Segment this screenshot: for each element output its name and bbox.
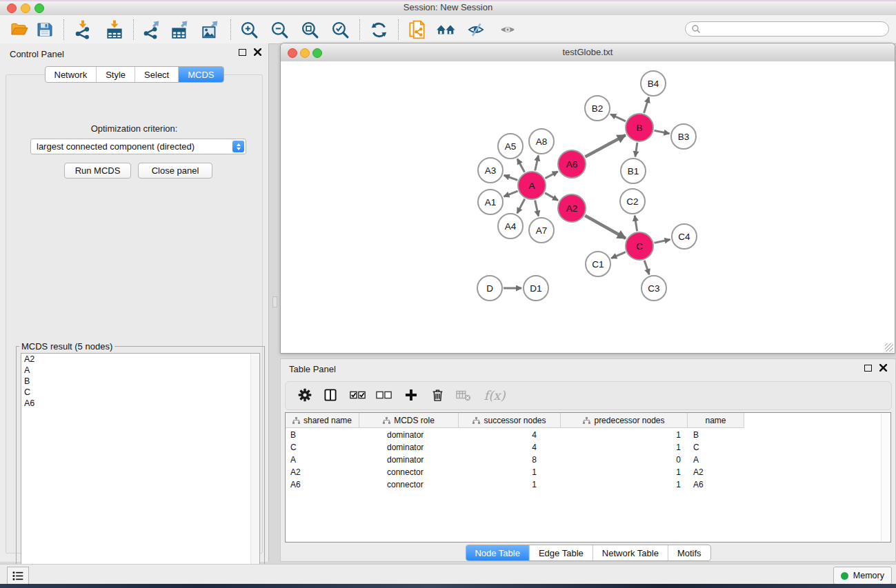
tab-select[interactable]: Select [135,67,178,82]
refresh-button[interactable] [368,18,390,41]
save-session-button[interactable] [34,18,56,41]
edge-A-A5[interactable] [517,159,524,172]
tab-mcds[interactable]: MCDS [178,67,223,82]
table-header-row: shared nameMCDS rolesuccessor nodesprede… [286,413,744,428]
mcds-result-item[interactable]: A [21,365,259,376]
edge-C-C1[interactable] [611,252,626,258]
network-canvas[interactable]: B4B2BB3A8A5A6A3B1AA1C2A2A4A7C4CC1C3DD1 [281,61,895,353]
hide-column-button[interactable] [452,384,475,406]
import-network-icon [73,20,92,39]
edge-A2-C[interactable] [585,216,626,239]
node-label-C4: C4 [678,232,690,242]
tab-node-table[interactable]: Node Table [466,545,529,560]
zoom-fit-button[interactable] [299,18,321,41]
search-input[interactable] [685,21,889,37]
edge-B-B1[interactable] [635,143,637,156]
home-icon [436,21,457,39]
edge-A-A2[interactable] [545,193,558,201]
column-header-MCDS-role[interactable]: MCDS role [359,413,459,427]
mcds-result-item[interactable]: C [21,387,259,398]
edge-A-A3[interactable] [504,175,518,180]
close-panel-icon[interactable] [254,48,261,56]
column-header-name[interactable]: name [688,413,744,427]
run-mcds-button[interactable]: Run MCDS [64,163,131,179]
node-label-A: A [528,181,535,191]
zoom-out-button[interactable] [268,18,290,41]
node-label-A8: A8 [536,136,548,147]
export-image-icon [201,20,220,39]
plus-icon [404,387,419,403]
memory-status-icon [841,572,848,580]
hide-graphics-details-button[interactable] [465,18,487,41]
edge-A-A7[interactable] [535,201,539,216]
apply-function-button[interactable]: f(x) [479,384,510,406]
import-network-button[interactable] [72,18,94,41]
table-row[interactable]: Bdominator41B [286,429,744,440]
edge-B-B4[interactable] [644,97,649,113]
edge-A6-B[interactable] [585,135,625,157]
export-image-button[interactable] [199,18,221,41]
open-session-button[interactable] [8,18,30,41]
show-graphics-details-button[interactable] [497,18,519,41]
close-table-panel-icon[interactable] [879,364,887,372]
edge-C-C2[interactable] [635,216,637,232]
float-table-panel-icon[interactable] [864,365,872,372]
edge-B-B3[interactable] [655,130,670,133]
node-label-A5: A5 [505,141,517,152]
table-settings-button[interactable] [294,384,316,406]
network-canvas-area[interactable]: B4B2BB3A8A5A6A3B1AA1C2A2A4A7C4CC1C3DD1 [281,61,895,353]
table-row[interactable]: A6connector11A6 [286,479,744,490]
memory-button[interactable]: Memory [833,567,892,585]
column-header-predecessor-nodes[interactable]: predecessor nodes [561,413,688,427]
new-network-from-selection-button[interactable] [406,18,428,41]
home-layout-button[interactable] [435,18,457,41]
mcds-list-scrollbar[interactable] [250,354,259,578]
criterion-value: largest connected component (directed) [37,141,195,152]
table-row[interactable]: A2connector11A2 [286,467,744,478]
network-window-titlebar[interactable]: testGlobe.txt [281,43,895,62]
mcds-result-item[interactable]: A2 [21,354,259,365]
import-table-button[interactable] [103,18,126,41]
mcds-result-item[interactable]: A6 [21,398,259,409]
import-table-icon [105,20,124,39]
window-resize-grip[interactable] [885,343,893,352]
column-header-shared-name[interactable]: shared name [286,413,359,427]
tab-motifs[interactable]: Motifs [668,545,710,560]
table-tabs: Node TableEdge TableNetwork TableMotifs [465,545,710,561]
tab-network[interactable]: Network [45,67,96,82]
float-panel-icon[interactable] [239,49,246,56]
close-panel-button[interactable]: Close panel [138,163,212,179]
show-panels-button[interactable] [7,567,29,585]
mcds-result-item[interactable]: B [21,376,259,387]
select-all-button[interactable] [347,384,369,406]
column-header-successor-nodes[interactable]: successor nodes [459,413,561,427]
zoom-selected-button[interactable] [329,18,351,41]
edge-B-B2[interactable] [610,114,626,121]
add-column-button[interactable] [400,384,422,406]
panel-resize-grip[interactable] [272,296,277,307]
edge-A-A8[interactable] [535,156,539,171]
main-toolbar [0,15,896,44]
tab-style[interactable]: Style [96,67,135,82]
delete-column-button[interactable] [426,384,448,406]
export-network-button[interactable] [141,18,163,41]
deselect-all-button[interactable] [373,384,395,406]
edge-C-C4[interactable] [655,239,670,243]
export-table-button[interactable] [169,18,191,41]
edge-A-A6[interactable] [545,172,557,179]
zoom-selected-icon [331,21,350,39]
zoom-in-icon [240,21,259,39]
zoom-in-button[interactable] [238,18,260,41]
tab-network-table[interactable]: Network Table [593,545,668,560]
table-row[interactable]: Cdominator41C [286,442,744,453]
edge-A-A1[interactable] [504,191,517,196]
refresh-icon [370,21,388,39]
table-row[interactable]: Adominator80A [286,454,744,465]
show-columns-button[interactable] [319,384,341,406]
edge-A-A4[interactable] [517,199,525,213]
tab-edge-table[interactable]: Edge Table [529,545,593,560]
criterion-dropdown[interactable]: largest connected component (directed) [30,139,246,154]
edge-C-C3[interactable] [644,261,649,274]
table-scrollbar[interactable] [881,414,890,541]
eye-icon [498,21,517,39]
